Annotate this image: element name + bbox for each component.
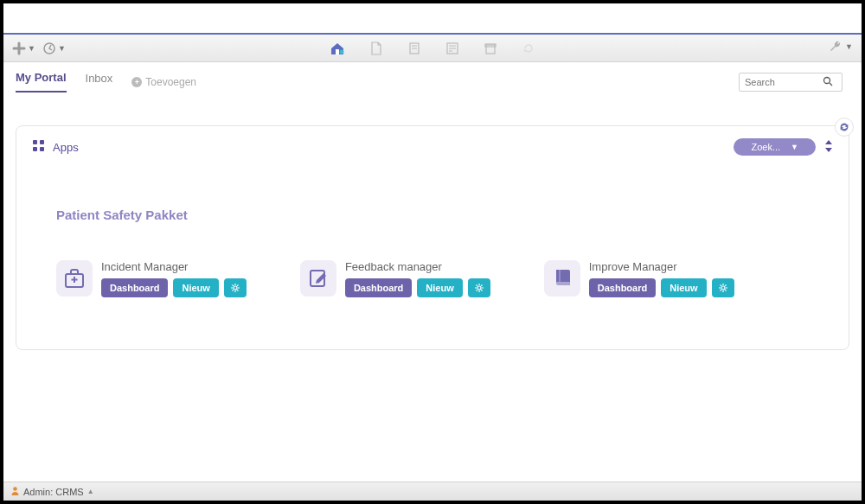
chevron-down-icon: ▼	[791, 143, 798, 151]
section-title: Patient Safety Pakket	[56, 207, 833, 222]
settings-button[interactable]	[712, 278, 734, 297]
svg-rect-24	[556, 282, 570, 285]
svg-marker-18	[825, 140, 832, 144]
new-button[interactable]: Nieuw	[417, 278, 462, 297]
page-toolbar-button[interactable]	[407, 41, 421, 55]
refresh-toolbar-button[interactable]	[522, 41, 535, 55]
apps-icon	[32, 139, 46, 156]
dashboard-button[interactable]: Dashboard	[345, 278, 412, 297]
gear-icon	[718, 283, 728, 293]
svg-point-2	[340, 49, 344, 54]
app-improve-manager: Improve Manager Dashboard Nieuw	[544, 260, 734, 297]
dropdown-caret-icon: ▼	[845, 42, 853, 51]
card-refresh-button[interactable]	[835, 118, 854, 137]
svg-marker-19	[825, 148, 832, 152]
app-title: Incident Manager	[101, 260, 247, 273]
apps-sort-button[interactable]	[824, 140, 833, 155]
svg-point-12	[824, 77, 830, 83]
app-title: Feedback manager	[345, 260, 490, 273]
medical-kit-icon	[56, 260, 93, 297]
edit-icon	[300, 260, 336, 297]
search-icon	[823, 74, 833, 90]
gear-icon	[230, 283, 240, 293]
new-button[interactable]: Nieuw	[173, 278, 218, 297]
archive-toolbar-button[interactable]	[484, 41, 497, 55]
plus-circle-icon: +	[131, 77, 142, 87]
svg-rect-15	[40, 140, 44, 144]
window-titlebar	[3, 3, 862, 35]
app-incident-manager: Incident Manager Dashboard Nieuw	[56, 260, 247, 297]
document-toolbar-button[interactable]	[369, 41, 383, 55]
svg-point-23	[477, 286, 481, 290]
apps-row: Incident Manager Dashboard Nieuw	[56, 260, 833, 297]
svg-rect-1	[336, 49, 339, 54]
apps-filter-label: Zoek...	[751, 142, 780, 152]
settings-button[interactable]	[468, 278, 490, 297]
home-toolbar-button[interactable]	[330, 41, 345, 56]
svg-rect-17	[40, 147, 44, 151]
user-icon	[10, 486, 20, 497]
tools-menu-button[interactable]: ▼	[828, 39, 853, 54]
svg-point-27	[13, 487, 17, 491]
svg-point-26	[721, 286, 725, 290]
chevron-up-icon[interactable]: ▲	[87, 488, 94, 495]
settings-button[interactable]	[224, 278, 247, 297]
svg-line-13	[830, 83, 832, 86]
svg-rect-14	[33, 140, 37, 144]
apps-panel-title: Apps	[53, 141, 79, 154]
dropdown-caret-icon: ▼	[58, 44, 66, 53]
form-toolbar-button[interactable]	[445, 41, 459, 55]
search-input[interactable]	[745, 77, 823, 87]
dropdown-caret-icon: ▼	[28, 44, 35, 53]
svg-rect-16	[33, 147, 37, 151]
app-title: Improve Manager	[589, 260, 734, 273]
add-menu-button[interactable]: ▼	[12, 41, 35, 55]
history-menu-button[interactable]: ▼	[42, 41, 66, 55]
gear-icon	[474, 283, 484, 293]
app-feedback-manager: Feedback manager Dashboard Nieuw	[300, 260, 490, 297]
dashboard-button[interactable]: Dashboard	[101, 278, 168, 297]
apps-card: Apps Zoek... ▼ Patient Safety Pakket	[16, 125, 849, 350]
svg-point-21	[234, 286, 237, 290]
new-button[interactable]: Nieuw	[661, 278, 706, 297]
tab-bar: My Portal Inbox + Toevoegen	[3, 62, 862, 93]
tab-add-button[interactable]: + Toevoegen	[131, 76, 196, 88]
tab-add-label: Toevoegen	[145, 76, 196, 88]
tab-inbox[interactable]: Inbox	[86, 72, 113, 92]
main-toolbar: ▼ ▼	[3, 35, 862, 62]
apps-filter-pill[interactable]: Zoek... ▼	[734, 138, 816, 156]
status-bar: Admin: CRMS ▲	[3, 482, 862, 501]
tab-my-portal[interactable]: My Portal	[16, 71, 67, 93]
status-user-label: Admin: CRMS	[23, 487, 84, 497]
book-icon	[544, 260, 580, 297]
dashboard-button[interactable]: Dashboard	[589, 278, 656, 297]
search-box[interactable]	[739, 73, 843, 92]
